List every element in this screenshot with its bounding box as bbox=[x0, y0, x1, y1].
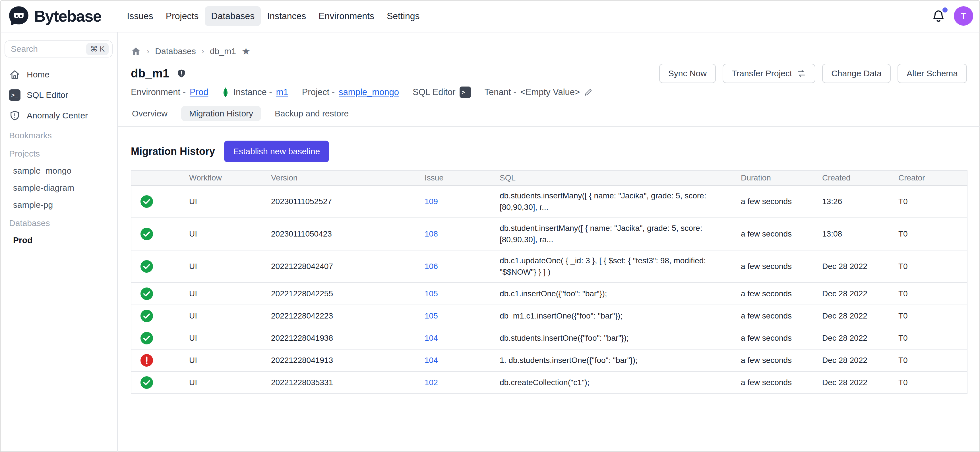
issue-link[interactable]: 104 bbox=[425, 356, 438, 365]
sidebar-project-sample-mongo[interactable]: sample_mongo bbox=[0, 162, 117, 179]
error-icon bbox=[140, 354, 153, 367]
issue-link[interactable]: 102 bbox=[425, 378, 438, 387]
tab-migration-history[interactable]: Migration History bbox=[181, 106, 261, 121]
main-nav: Issues Projects Databases Instances Envi… bbox=[121, 6, 426, 26]
sidebar-item-anomaly-center[interactable]: Anomaly Center bbox=[0, 105, 117, 126]
issue-link[interactable]: 105 bbox=[425, 289, 438, 298]
search-input[interactable] bbox=[11, 44, 86, 54]
cell-workflow: UI bbox=[189, 283, 271, 305]
change-data-button[interactable]: Change Data bbox=[822, 64, 891, 83]
edit-pencil-icon[interactable] bbox=[584, 88, 593, 97]
breadcrumb-db-m1[interactable]: db_m1 bbox=[210, 46, 236, 56]
success-icon bbox=[140, 332, 153, 344]
instance-label: Instance - bbox=[233, 87, 272, 97]
environment-link[interactable]: Prod bbox=[190, 87, 208, 97]
sidebar-item-home[interactable]: Home bbox=[0, 64, 117, 85]
breadcrumb: › Databases › db_m1 ★ bbox=[131, 46, 967, 57]
success-icon bbox=[140, 310, 153, 322]
col-creator: Creator bbox=[898, 171, 967, 185]
table-row[interactable]: UI 20230111050423 108 db.student.insertM… bbox=[131, 218, 967, 250]
issue-link[interactable]: 108 bbox=[425, 229, 438, 238]
cell-workflow: UI bbox=[189, 327, 271, 349]
nav-databases[interactable]: Databases bbox=[205, 6, 261, 26]
col-sql: SQL bbox=[500, 171, 741, 185]
table-row[interactable]: UI 20221228042255 105 db.c1.insertOne({"… bbox=[131, 283, 967, 305]
cell-duration: a few seconds bbox=[741, 283, 822, 305]
cell-workflow: UI bbox=[189, 185, 271, 218]
cell-sql: db.c1.updateOne( { _id: 3 }, [ { $set: {… bbox=[500, 250, 741, 283]
cell-duration: a few seconds bbox=[741, 185, 822, 218]
shield-icon bbox=[9, 110, 21, 121]
cell-sql: db.c1.insertOne({"foo": "bar"}); bbox=[500, 283, 741, 305]
bookmark-star-icon[interactable]: ★ bbox=[242, 46, 250, 56]
sidebar-item-sql-editor[interactable]: >_ SQL Editor bbox=[0, 85, 117, 105]
meta-environment: Environment - Prod bbox=[131, 87, 208, 97]
sql-editor-label: SQL Editor bbox=[413, 87, 455, 97]
table-row[interactable]: UI 20221228041913 104 1. db.students.ins… bbox=[131, 349, 967, 371]
alter-schema-button[interactable]: Alter Schema bbox=[897, 64, 967, 83]
sidebar-item-label: SQL Editor bbox=[27, 90, 68, 100]
col-status bbox=[131, 171, 189, 185]
cell-version: 20230111052527 bbox=[271, 185, 425, 218]
cell-sql: db_m1.c1.insertOne({"foo": "bar"}); bbox=[500, 305, 741, 327]
sidebar-project-sample-diagram[interactable]: sample-diagram bbox=[0, 179, 117, 196]
sidebar-database-prod[interactable]: Prod bbox=[0, 232, 117, 249]
col-issue: Issue bbox=[425, 171, 500, 185]
avatar[interactable]: T bbox=[954, 6, 973, 26]
nav-environments[interactable]: Environments bbox=[312, 6, 380, 26]
project-link[interactable]: sample_mongo bbox=[339, 87, 399, 97]
bytebase-app: Bytebase Issues Projects Databases Insta… bbox=[0, 0, 980, 452]
migration-table-body: UI 20230111052527 109 db.students.insert… bbox=[131, 185, 967, 394]
cell-duration: a few seconds bbox=[741, 218, 822, 250]
sidebar-item-label: Anomaly Center bbox=[27, 111, 88, 120]
terminal-icon: >_ bbox=[460, 86, 471, 98]
nav-settings[interactable]: Settings bbox=[380, 6, 426, 26]
notification-bell[interactable] bbox=[932, 9, 945, 23]
cell-version: 20221228041938 bbox=[271, 327, 425, 349]
bytebase-logo[interactable]: Bytebase bbox=[8, 5, 101, 27]
cell-sql: db.createCollection("c1"); bbox=[500, 371, 741, 394]
sidebar-section-databases: Databases bbox=[0, 215, 117, 232]
table-row[interactable]: UI 20230111052527 109 db.students.insert… bbox=[131, 185, 967, 218]
meta-project: Project - sample_mongo bbox=[302, 87, 399, 97]
cell-created: 13:08 bbox=[822, 218, 898, 250]
main-content: › Databases › db_m1 ★ db_m1 bbox=[118, 32, 980, 452]
transfer-project-button[interactable]: Transfer Project bbox=[722, 64, 815, 83]
nav-instances[interactable]: Instances bbox=[261, 6, 312, 26]
issue-link[interactable]: 105 bbox=[425, 311, 438, 320]
table-row[interactable]: UI 20221228041938 104 db.students.insert… bbox=[131, 327, 967, 349]
meta-sql-editor[interactable]: SQL Editor >_ bbox=[413, 86, 471, 98]
home-icon bbox=[9, 69, 21, 80]
breadcrumb-separator: › bbox=[202, 47, 204, 56]
cell-sql: db.students.insertOne({"foo": "bar"}); bbox=[500, 327, 741, 349]
page-title: db_m1 bbox=[131, 67, 169, 80]
cell-workflow: UI bbox=[189, 218, 271, 250]
issue-link[interactable]: 104 bbox=[425, 334, 438, 342]
transfer-project-label: Transfer Project bbox=[732, 69, 792, 78]
tab-backup-and-restore[interactable]: Backup and restore bbox=[267, 106, 356, 121]
breadcrumb-home-icon[interactable] bbox=[131, 46, 141, 56]
table-row[interactable]: UI 20221228042223 105 db_m1.c1.insertOne… bbox=[131, 305, 967, 327]
cell-version: 20221228042255 bbox=[271, 283, 425, 305]
cell-version: 20221228035331 bbox=[271, 371, 425, 394]
table-row[interactable]: UI 20221228042407 106 db.c1.updateOne( {… bbox=[131, 250, 967, 283]
issue-link[interactable]: 106 bbox=[425, 262, 438, 271]
cell-creator: T0 bbox=[898, 371, 967, 394]
sidebar-project-sample-pg[interactable]: sample-pg bbox=[0, 196, 117, 214]
breadcrumb-databases[interactable]: Databases bbox=[155, 46, 196, 56]
instance-link[interactable]: m1 bbox=[276, 87, 288, 97]
col-version: Version bbox=[271, 171, 425, 185]
sidebar: ⌘ K Home >_ SQL Editor bbox=[0, 32, 118, 452]
tenant-value: <Empty Value> bbox=[520, 87, 580, 97]
table-row[interactable]: UI 20221228035331 102 db.createCollectio… bbox=[131, 371, 967, 394]
nav-projects[interactable]: Projects bbox=[159, 6, 205, 26]
cell-workflow: UI bbox=[189, 349, 271, 371]
tenant-label: Tenant - bbox=[485, 87, 517, 97]
issue-link[interactable]: 109 bbox=[425, 197, 438, 206]
cell-workflow: UI bbox=[189, 305, 271, 327]
tab-overview[interactable]: Overview bbox=[124, 106, 175, 121]
nav-issues[interactable]: Issues bbox=[121, 6, 159, 26]
search-box[interactable]: ⌘ K bbox=[5, 40, 113, 57]
establish-baseline-button[interactable]: Establish new baseline bbox=[224, 141, 329, 162]
sync-now-button[interactable]: Sync Now bbox=[659, 64, 716, 83]
